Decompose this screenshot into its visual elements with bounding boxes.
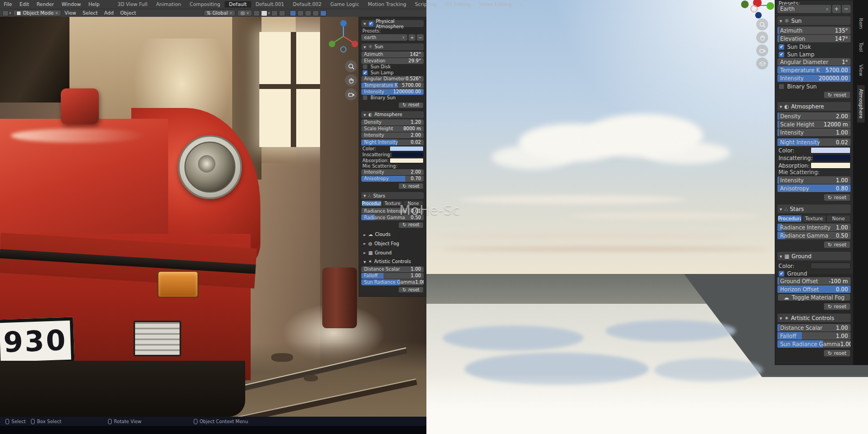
atm-intensity-slider[interactable]: Intensity1.00 (777, 129, 851, 136)
scale-height-slider[interactable]: Scale Height12000 m (777, 120, 851, 128)
azimuth-slider[interactable]: Azimuth142° (361, 52, 424, 58)
menu-file[interactable]: File (0, 2, 16, 7)
temperature-slider[interactable]: Temperature K5700.00 (361, 82, 424, 88)
grid-view-button[interactable] (756, 58, 768, 69)
add-preset-button[interactable]: + (409, 34, 416, 41)
move-view-button[interactable] (345, 74, 357, 86)
layout-tab-animation[interactable]: Animation (152, 1, 186, 8)
viewport-3d-left[interactable]: 930 (0, 17, 426, 417)
color-swatch[interactable] (810, 147, 851, 154)
anisotropy-slider[interactable]: Anisotropy0.70 (361, 176, 424, 182)
layout-tab-motion-tracking[interactable]: Motion Tracking (363, 1, 411, 8)
viewport-menu-object[interactable]: Object (117, 10, 139, 16)
ground-color-swatch[interactable] (810, 263, 851, 269)
preset-dropdown[interactable]: Earth∨ (777, 5, 831, 13)
night-intensity-slider[interactable]: Night Intensity0.02 (777, 138, 851, 146)
pivot-point-dropdown[interactable]: ◎ ∨ (237, 10, 252, 16)
menu-edit[interactable]: Edit (16, 2, 33, 7)
layout-tab-scripting[interactable]: Scripting (411, 1, 441, 8)
orientation-dropdown[interactable]: ⇅ Global ∨ (203, 10, 235, 16)
stars-tab-none[interactable]: None (826, 215, 851, 222)
object-fog-section-header[interactable]: ► ◍ Object Fog (361, 240, 424, 247)
atmosphere-section-header[interactable]: ▼ ◐ Atmosphere (777, 102, 851, 111)
radiance-intensity-slider[interactable]: Radiance Intensity1.00 (777, 224, 851, 231)
xray-toggle-icon[interactable] (290, 10, 296, 16)
mie-intensity-slider[interactable]: Intensity2.00 (361, 169, 424, 175)
radiance-gamma-slider[interactable]: Radiance Gamma0.50 (777, 232, 851, 239)
stars-reset-button[interactable]: ↻reset (398, 222, 424, 228)
sidebar-tab-item[interactable]: Item (857, 14, 865, 33)
sun-intensity-slider[interactable]: Intensity1200000.00 (361, 89, 424, 95)
layout-tab-video-editing[interactable]: Video Editing (475, 1, 516, 8)
stars-reset-button[interactable]: ↻reset (824, 241, 851, 248)
sun-section-header[interactable]: ▼ ☼ Sun (361, 43, 424, 50)
add-preset-button[interactable]: + (832, 5, 841, 13)
density-slider[interactable]: Density2.00 (777, 112, 851, 120)
menu-window[interactable]: Window (58, 2, 85, 7)
panel-header[interactable]: ▼ ✔ Physical Atmosphere (361, 20, 424, 27)
camera-view-button[interactable] (756, 44, 768, 56)
mie-intensity-slider[interactable]: Intensity1.00 (777, 176, 851, 184)
panel-enable-checkbox[interactable]: ✔ (368, 21, 374, 27)
night-intensity-slider[interactable]: Night Intensity0.02 (361, 139, 424, 145)
sun-intensity-slider[interactable]: Intensity200000.00 (777, 74, 851, 82)
ground-checkbox[interactable]: ✔Ground (777, 270, 851, 277)
angular-diameter-slider[interactable]: Angular Diameter0.526° (361, 76, 424, 82)
preset-dropdown[interactable]: earth∨ (361, 34, 407, 41)
proportional-edit-icon[interactable] (261, 10, 267, 16)
azimuth-slider[interactable]: Azimuth135° (777, 27, 851, 34)
distance-scalar-slider[interactable]: Distance Scalar1.00 (777, 324, 851, 331)
scale-height-slider[interactable]: Scale Height8000 m (361, 126, 424, 132)
artistic-reset-button[interactable]: ↻reset (398, 286, 424, 293)
elevation-slider[interactable]: Elevation29.9° (361, 58, 424, 64)
ground-reset-button[interactable]: ↻reset (824, 303, 851, 310)
sun-disk-checkbox[interactable]: Sun Disk (361, 64, 424, 70)
overlays-toggle-icon[interactable] (279, 10, 285, 16)
move-view-button[interactable] (756, 31, 768, 43)
absorption-swatch[interactable] (810, 162, 851, 169)
gizmo-toggle-icon[interactable] (271, 10, 278, 16)
layout-tab-game-logic[interactable]: Game Logic (326, 1, 363, 8)
camera-view-button[interactable] (345, 88, 357, 100)
zoom-button[interactable] (345, 60, 357, 72)
remove-preset-button[interactable]: − (417, 34, 424, 41)
menu-render[interactable]: Render (33, 2, 58, 7)
viewport-menu-view[interactable]: View (61, 10, 79, 16)
falloff-slider[interactable]: Falloff1.00 (361, 273, 424, 279)
sun-lamp-checkbox[interactable]: ✔Sun Lamp (777, 50, 851, 58)
falloff-slider[interactable]: Falloff1.00 (777, 332, 851, 340)
toggle-material-fog-button[interactable]: ☁Toggle Material Fog (777, 293, 851, 301)
shading-solid-icon[interactable] (297, 10, 304, 16)
distance-scalar-slider[interactable]: Distance Scalar1.00 (361, 266, 424, 272)
shading-current-icon[interactable] (320, 10, 327, 16)
sun-reset-button[interactable]: ↻reset (398, 102, 424, 108)
horizon-offset-slider[interactable]: Horizon Offset0.00 (777, 285, 851, 293)
elevation-slider[interactable]: Elevation147° (777, 35, 851, 42)
artistic-reset-button[interactable]: ↻reset (824, 349, 851, 357)
temperature-slider[interactable]: Temperature K5700.00 (777, 66, 851, 74)
viewport-menu-add[interactable]: Add (101, 10, 117, 16)
absorption-swatch[interactable] (390, 158, 424, 163)
stars-tab-texture[interactable]: Texture (802, 215, 826, 222)
angular-diameter-slider[interactable]: Angular Diameter1° (777, 58, 851, 66)
add-layout-tab-button[interactable]: + (516, 2, 527, 7)
sidebar-tab-atmosphere[interactable]: Atmosphere (857, 85, 865, 122)
mode-dropdown[interactable]: Object Mode ∨ (13, 10, 61, 16)
inscattering-swatch[interactable] (813, 155, 851, 161)
layout-tab-compositing[interactable]: Compositing (186, 1, 225, 8)
shading-material-icon[interactable] (305, 10, 311, 16)
stars-tab-procedural[interactable]: Procedural (777, 215, 802, 222)
atmosphere-section-header[interactable]: ▼ ◐ Atmosphere (361, 111, 424, 118)
anisotropy-slider[interactable]: Anisotropy0.80 (777, 184, 851, 192)
ground-offset-slider[interactable]: Ground Offset-100 m (777, 277, 851, 285)
color-swatch[interactable] (390, 146, 424, 151)
atmosphere-reset-button[interactable]: ↻reset (398, 183, 424, 189)
density-slider[interactable]: Density1.20 (361, 119, 424, 125)
sun-disk-checkbox[interactable]: ✔Sun Disk (777, 43, 851, 50)
binary-sun-checkbox[interactable]: Binary Sun (777, 82, 851, 90)
atm-intensity-slider[interactable]: Intensity2.00 (361, 132, 424, 138)
layout-tab-3d-view-full[interactable]: 3D View Full (113, 1, 152, 8)
binary-sun-checkbox[interactable]: Binary Sun (361, 95, 424, 101)
sidebar-tab-view[interactable]: View (857, 61, 865, 80)
remove-preset-button[interactable]: − (842, 5, 851, 13)
